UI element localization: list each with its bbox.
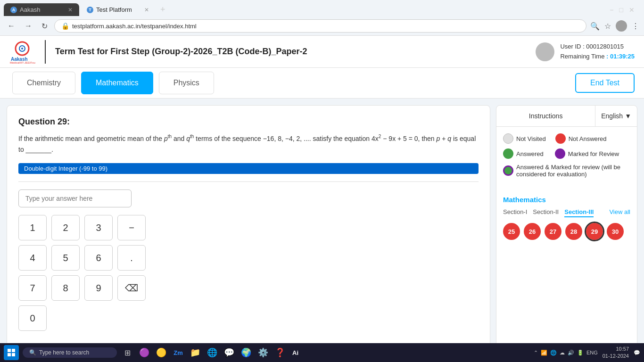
svg-rect-8 xyxy=(12,353,15,356)
section-II-link[interactable]: Section-II xyxy=(533,208,559,217)
start-button[interactable] xyxy=(4,345,19,360)
instructions-tab[interactable]: Instructions xyxy=(496,106,595,126)
numpad-2[interactable]: 2 xyxy=(51,215,80,240)
settings-icon[interactable]: ⚙️ xyxy=(256,346,270,359)
legend-row-1: Not Visited Not Answered xyxy=(503,133,630,144)
browser-tab-aakash[interactable]: A Aakash ✕ xyxy=(4,3,79,16)
numpad-3[interactable]: 3 xyxy=(84,215,113,240)
lock-icon: 🔒 xyxy=(61,22,69,30)
whatsapp-icon[interactable]: 💬 xyxy=(223,346,236,359)
window-controls: − □ ✕ xyxy=(604,6,640,14)
numpad-6[interactable]: 6 xyxy=(84,245,113,271)
notification-icon[interactable]: 💬 xyxy=(634,350,640,356)
math-section-title: Mathematics xyxy=(503,196,630,204)
subject-tab-physics[interactable]: Physics xyxy=(159,72,214,94)
forward-button[interactable]: → xyxy=(22,20,35,32)
tab-close-aakash[interactable]: ✕ xyxy=(68,7,73,13)
browser-avatar[interactable] xyxy=(616,20,627,32)
question-dot-26[interactable]: 26 xyxy=(524,223,541,240)
url-bar[interactable]: 🔒 testplatform.aakash.ac.in/testpanel/in… xyxy=(54,19,586,33)
subject-tab-chemistry[interactable]: Chemistry xyxy=(12,72,75,94)
close-window-button[interactable]: ✕ xyxy=(629,6,635,14)
answered-marked-dot xyxy=(503,165,513,176)
taskbar-search-icon: 🔍 xyxy=(29,349,36,356)
question-dot-25[interactable]: 25 xyxy=(503,223,520,240)
question-text-mid1: and xyxy=(172,135,186,142)
section-III-link[interactable]: Section-III xyxy=(564,208,594,217)
search-icon[interactable]: 🔍 xyxy=(590,22,600,31)
numpad-5[interactable]: 5 xyxy=(51,245,80,271)
maximize-button[interactable]: □ xyxy=(619,6,623,14)
language-indicator: ENG xyxy=(586,350,598,355)
svg-point-2 xyxy=(21,48,23,49)
question-dot-27[interactable]: 27 xyxy=(545,223,561,240)
taskbar: 🔍 Type here to search ⊞ 🟣 🟡 Zm 📁 🌐 💬 🌍 ⚙… xyxy=(0,343,644,362)
volume-icon[interactable]: 🔊 xyxy=(568,350,574,356)
numpad-0[interactable]: 0 xyxy=(18,305,47,331)
question-panel: Question 29: If the arithmetic mean and … xyxy=(7,105,490,362)
tab-label-testplatform: Test Platform xyxy=(96,6,132,13)
tab-label-aakash: Aakash xyxy=(20,6,40,13)
numpad-7[interactable]: 7 xyxy=(18,275,47,301)
refresh-button[interactable]: ↻ xyxy=(39,20,50,33)
math-section: Mathematics Section-I Section-II Section… xyxy=(496,189,637,247)
browser-toolbar-right: 🔍 ☆ ⋮ xyxy=(590,20,639,32)
legend-marked-review: Marked for Review xyxy=(555,148,619,159)
answer-input[interactable] xyxy=(18,189,132,207)
tab-close-testplatform[interactable]: ✕ xyxy=(144,7,149,13)
files-icon[interactable]: 📁 xyxy=(189,346,202,359)
back-button[interactable]: ← xyxy=(5,20,18,32)
chevron-down-icon: ▼ xyxy=(625,112,631,120)
q-term: qth xyxy=(186,135,194,142)
legend-not-visited: Not Visited xyxy=(503,133,546,144)
help-icon[interactable]: ❓ xyxy=(273,346,287,359)
wifi-icon: 📶 xyxy=(541,350,547,356)
section-links: Section-I Section-II Section-III View al… xyxy=(503,208,630,217)
numpad-9[interactable]: 9 xyxy=(84,275,113,301)
svg-rect-5 xyxy=(8,349,11,352)
language-select[interactable]: English ▼ xyxy=(595,106,637,126)
zoom-icon[interactable]: Zm xyxy=(172,346,185,359)
end-test-button[interactable]: End Test xyxy=(575,73,635,93)
legend-row-2: Answered Marked for Review xyxy=(503,148,630,159)
answered-label: Answered xyxy=(516,150,544,157)
taskbar-clock[interactable]: 10:57 01-12-2024 xyxy=(603,346,629,360)
bookmark-icon[interactable]: ☆ xyxy=(604,22,611,31)
subject-tab-mathematics[interactable]: Mathematics xyxy=(81,72,153,94)
new-tab-button[interactable]: + xyxy=(157,3,169,16)
numpad-dot[interactable]: . xyxy=(117,245,146,271)
question-dot-30[interactable]: 30 xyxy=(607,223,624,240)
sticky-notes-icon[interactable]: 🟡 xyxy=(155,346,168,359)
browser-icon2[interactable]: 🌍 xyxy=(239,346,253,359)
taskbar-search-text: Type here to search xyxy=(39,349,89,356)
minimize-button[interactable]: − xyxy=(610,6,613,14)
exam-title: Term Test for First Step (Group-2)-2026_… xyxy=(46,47,536,57)
chrome-icon[interactable]: 🌐 xyxy=(206,346,219,359)
teams-icon[interactable]: 🟣 xyxy=(138,346,151,359)
header-user: User ID : 00012801015 Remaining Time : 0… xyxy=(536,42,635,62)
question-dot-28[interactable]: 28 xyxy=(565,223,582,240)
browser-menu-icon[interactable]: ⋮ xyxy=(632,22,639,31)
taskbar-search[interactable]: 🔍 Type here to search xyxy=(23,347,117,358)
app-header: Aakash Medical|IIT-JEE|Foundations Term … xyxy=(0,36,644,68)
numpad-minus[interactable]: − xyxy=(117,215,146,240)
question-dot-29[interactable]: 29 xyxy=(586,223,603,240)
clock-time: 10:57 xyxy=(603,346,629,353)
not-visited-dot xyxy=(503,133,513,144)
up-arrow-icon[interactable]: ⌃ xyxy=(534,350,538,356)
numpad-4[interactable]: 4 xyxy=(18,245,47,271)
task-view-icon[interactable]: ⊞ xyxy=(121,346,134,359)
right-panel-tabs: Instructions English ▼ xyxy=(496,106,637,127)
user-id-label: User ID xyxy=(560,43,581,50)
section-I-link[interactable]: Section-I xyxy=(503,208,527,217)
browser-toolbar: ← → ↻ 🔒 testplatform.aakash.ac.in/testpa… xyxy=(0,16,644,36)
marked-review-dot xyxy=(555,148,565,159)
remaining-label: Remaining Time xyxy=(560,53,604,60)
language-label: English xyxy=(601,112,623,120)
browser-tab-testplatform[interactable]: T Test Platform ✕ xyxy=(80,3,156,16)
numpad-1[interactable]: 1 xyxy=(18,215,47,240)
view-all-link[interactable]: View all xyxy=(609,208,630,217)
numpad-backspace[interactable]: ⌫ xyxy=(117,275,146,301)
numpad-8[interactable]: 8 xyxy=(51,275,80,301)
browser-chrome: A Aakash ✕ T Test Platform ✕ + − □ ✕ ← →… xyxy=(0,0,644,36)
